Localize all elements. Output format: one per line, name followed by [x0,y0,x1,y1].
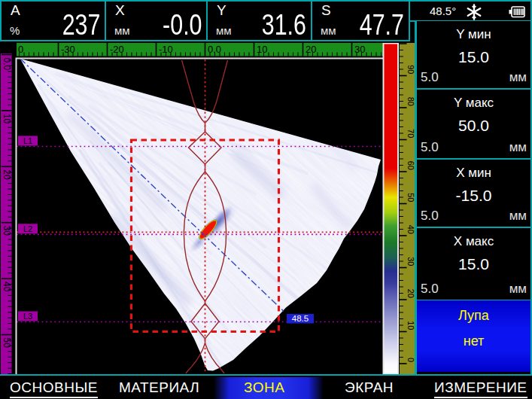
status-cell: 48.5° [410,0,532,22]
param-step: 5.0 [421,209,439,224]
readout-unit: % [10,24,20,37]
readout-value: -0.0 [163,11,202,39]
amplitude-tick-label: 80 [406,97,415,106]
readout-unit: мм [114,24,130,37]
readout-y: Y мм 31.6 [206,0,311,41]
parameter-panel: Y мин 15.0 5.0 мм Y макс 50.0 5.0 мм X м… [415,21,532,374]
x-tick-label: 0 [18,44,23,55]
param-title: Y мин [417,27,530,42]
y-ruler [1,53,12,374]
battery-icon [506,5,526,22]
y-tick-label: 40 [2,282,12,292]
param-unit: мм [509,209,527,224]
amplitude-tick-label: 50 [406,193,415,202]
param-y-min[interactable]: Y мин 15.0 5.0 мм [417,21,530,90]
param-value: 15.0 [417,255,530,273]
readout-amplitude: A % 237 [0,0,105,41]
x-tick-label: -10 [159,44,173,55]
param-step: 5.0 [421,70,439,85]
magnifier-title: Лупа [417,308,530,324]
amplitude-tick-label: 90 [406,65,415,74]
amplitude-tick-label: 40 [406,225,415,234]
x-ruler-separator [17,58,384,59]
menu-item-material[interactable]: МАТЕРИАЛ [119,379,199,396]
magnifier-cell[interactable]: Лупа нет [417,300,530,372]
param-value: 15.0 [417,48,530,66]
param-y-max[interactable]: Y макс 50.0 5.0 мм [417,90,530,160]
readout-label: X [115,3,125,17]
gate-depth-badge-label: 48.5 [292,314,309,323]
param-value: 50.0 [417,117,530,135]
menu-item-osnovnye[interactable]: ОСНОВНЫЕ [10,379,98,398]
gate-tag-label: L2 [23,224,32,233]
readout-value: 47.7 [360,11,404,39]
amplitude-colorbar [385,44,398,373]
readout-unit: мм [321,24,336,37]
param-x-min[interactable]: X мин -15.0 5.0 мм [417,160,530,228]
amplitude-tick-label: 20 [406,289,415,298]
measurement-bar: A % 237 X мм -0.0 Y мм 31.6 S мм 47.7 [0,0,410,41]
amplitude-tick-label: 30 [406,257,415,266]
readout-value: 237 [62,11,100,39]
amplitude-tick-label: 70 [406,129,415,138]
param-title: X мин [417,166,530,181]
y-tick-label: 10 [2,114,12,124]
y-tick-label: 30 [2,226,12,236]
param-unit: мм [509,282,527,297]
param-step: 5.0 [421,282,439,297]
x-tick-label: 20 [306,44,316,55]
menu-item-izmerenie[interactable]: ИЗМЕРЕНИЕ [434,379,527,398]
magnifier-value: нет [417,334,530,349]
gate-tag-label: L1 [23,136,32,145]
param-unit: мм [509,70,527,85]
main-menu: ОСНОВНЫЕ МАТЕРИАЛ ЗОНА ЭКРАН ИЗМЕРЕНИЕ [0,374,532,399]
flaw-detector-screen: L1L2L348.50-30-20-100.01020300.010203040… [0,0,532,399]
readout-label: S [321,3,331,17]
param-value: -15.0 [417,187,530,205]
param-x-max[interactable]: X макс 15.0 5.0 мм [417,228,530,301]
amplitude-tick-label: 0 [406,358,415,362]
readout-unit: мм [216,24,232,37]
y-tick-label: 20 [2,169,12,180]
readout-label: A [11,3,20,17]
y-ruler-separator [16,58,17,375]
param-step: 5.0 [421,140,439,155]
menu-item-ekran[interactable]: ЭКРАН [345,379,394,396]
x-tick-label: 0.0 [208,44,221,55]
x-tick-label: -30 [61,44,75,55]
beam-angle-readout: 48.5° [430,5,456,17]
readout-label: Y [217,3,226,17]
x-tick-label: 30 [354,44,365,55]
readout-value: 31.6 [262,11,306,39]
y-tick-label: 0.0 [2,58,12,71]
menu-item-zona[interactable]: ЗОНА [244,379,284,396]
param-unit: мм [509,140,527,155]
gate-tag-label: L3 [23,312,32,321]
readout-s: S мм 47.7 [311,0,410,41]
param-title: X макс [417,234,530,249]
x-tick-label: 10 [257,44,267,55]
amplitude-tick-label: 10 [406,321,415,330]
x-tick-label: -20 [110,44,124,55]
readout-x: X мм -0.0 [105,0,206,41]
param-title: Y макс [417,96,530,111]
y-tick-label: 50 [2,338,12,349]
amplitude-tick-label: 60 [406,161,415,170]
